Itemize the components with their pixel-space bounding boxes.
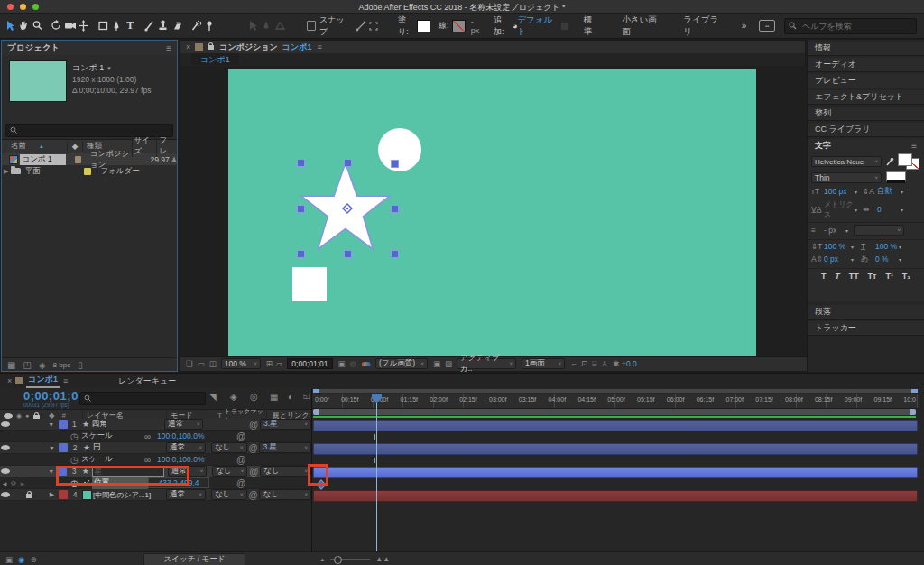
playhead-line[interactable]: [376, 394, 377, 551]
selection-handle[interactable]: [297, 159, 305, 167]
layer-label-chip[interactable]: [59, 443, 68, 452]
motion-blur-icon[interactable]: ◐: [288, 392, 293, 402]
stopwatch-icon[interactable]: ◷: [70, 455, 81, 465]
horizontal-scale-value[interactable]: 100 %: [875, 242, 899, 251]
frame-blend-toggle-icon[interactable]: ▣: [5, 555, 13, 564]
frame-blending-icon[interactable]: ▦: [270, 392, 278, 402]
new-comp-icon[interactable]: ◈: [39, 360, 46, 370]
switches-modes-button[interactable]: スイッチ / モード: [143, 553, 246, 565]
all-caps-button[interactable]: TT: [849, 272, 859, 281]
comp-viewer[interactable]: [180, 66, 807, 357]
work-area-bar[interactable]: [313, 409, 916, 415]
superscript-button[interactable]: T¹: [885, 272, 893, 281]
timeline-zoom-slider[interactable]: [330, 559, 370, 560]
help-search-input[interactable]: [800, 21, 912, 32]
rotation-tool-icon[interactable]: [51, 19, 64, 33]
folder-expander-icon[interactable]: ▶: [4, 168, 8, 175]
label-chip[interactable]: [75, 156, 81, 163]
workspace-tab-default[interactable]: デフォルト: [517, 14, 555, 38]
selection-handle[interactable]: [391, 250, 399, 258]
vertical-scale-value[interactable]: 100 %: [824, 242, 851, 251]
parent-pickwhip-icon[interactable]: @: [247, 467, 260, 477]
new-folder-icon[interactable]: ◳: [23, 360, 31, 370]
lock-toggle[interactable]: [26, 494, 32, 498]
snap-expand-icon[interactable]: [367, 19, 381, 33]
layer-expander-icon[interactable]: ▼: [46, 421, 57, 428]
brainstorm-icon[interactable]: ⊛: [30, 555, 36, 564]
selection-handle[interactable]: [344, 250, 352, 258]
column-frame[interactable]: フレ..: [156, 135, 177, 157]
column-name[interactable]: 名前▲: [2, 141, 67, 152]
keyframe-nav-prev-icon[interactable]: ◀: [0, 480, 9, 486]
composition-canvas[interactable]: [228, 69, 756, 357]
visibility-toggle[interactable]: [1, 421, 10, 427]
font-family-dropdown[interactable]: Helvetica Neue˅: [811, 156, 882, 167]
comp-panel-menu-icon[interactable]: ≡: [317, 42, 321, 51]
parent-dropdown[interactable]: なし˅: [259, 489, 311, 500]
layer-row-2[interactable]: ▼ 2 ★ 円 通常˅ なし˅ @ 3.星˅: [0, 442, 311, 454]
selection-handle[interactable]: [297, 205, 305, 213]
constrain-link-icon[interactable]: ∞: [144, 431, 157, 441]
view-layout-dropdown[interactable]: 1画面˅: [522, 358, 565, 369]
blend-mode-dropdown[interactable]: 通常˅: [166, 442, 206, 453]
zoom-out-mountain-icon[interactable]: ▲: [319, 557, 325, 562]
tracking-value[interactable]: 0: [877, 205, 901, 214]
timeline-search-box[interactable]: [79, 392, 206, 405]
timeline-navigator[interactable]: [313, 389, 918, 393]
pan-behind-tool-icon[interactable]: [77, 19, 90, 33]
layer-label-chip[interactable]: [59, 420, 68, 429]
workspace-default-menu-icon[interactable]: [561, 23, 568, 30]
draft-3d-icon[interactable]: ◈: [230, 392, 237, 402]
character-panel-menu-icon[interactable]: ≡: [911, 141, 917, 151]
layer-bar-2[interactable]: [313, 443, 918, 455]
selection-handle[interactable]: [344, 159, 352, 167]
puppet-pin-tool-icon[interactable]: [203, 19, 217, 33]
trash-icon[interactable]: ▯: [78, 360, 83, 370]
property-row-scale-2[interactable]: ◷ スケール ∞ 100.0,100.0% @: [0, 454, 311, 466]
faux-italic-button[interactable]: T: [835, 272, 840, 281]
brush-tool-icon[interactable]: [143, 19, 157, 33]
selection-handle[interactable]: [391, 160, 399, 168]
constrain-link-icon[interactable]: ∞: [144, 455, 157, 465]
fast-previews-icon[interactable]: ⊡: [581, 359, 587, 368]
panel-align[interactable]: 整列: [808, 107, 924, 121]
layer-name[interactable]: [中間色のシア...1]: [93, 490, 166, 500]
stroke-type-dropdown[interactable]: ˅: [854, 225, 904, 236]
panel-lock-icon[interactable]: [208, 45, 214, 50]
kerning-value[interactable]: メトリクス: [824, 199, 855, 219]
parent-dropdown[interactable]: 3.星˅: [260, 419, 311, 430]
hand-tool-icon[interactable]: [17, 19, 31, 33]
layer-name[interactable]: 四角: [92, 419, 164, 430]
parent-dropdown[interactable]: 3.星˅: [259, 442, 311, 453]
roto-brush-tool-icon[interactable]: [189, 19, 203, 33]
clone-stamp-tool-icon[interactable]: [156, 19, 170, 33]
shape-square[interactable]: [292, 267, 327, 301]
layer-row-4[interactable]: ▶ 4 [中間色のシア...1] 通常˅ なし˅ @ なし˅: [0, 489, 311, 501]
stroke-swatch[interactable]: [452, 20, 466, 32]
workspace-tab-library[interactable]: ライブラリ: [683, 14, 721, 38]
blend-mode-dropdown[interactable]: 通常˅: [164, 419, 203, 430]
stopwatch-icon[interactable]: ◷: [70, 431, 81, 441]
workspace-tab-small-screen[interactable]: 小さい画面: [622, 14, 660, 38]
layer-label-chip[interactable]: [59, 490, 68, 499]
interpret-footage-icon[interactable]: ▦: [7, 360, 15, 370]
label-chip[interactable]: [84, 168, 91, 175]
timeline-tab-comp1[interactable]: コンポ1: [26, 374, 60, 388]
blend-mode-dropdown[interactable]: 通常˅: [166, 489, 206, 500]
selection-tool-icon[interactable]: [4, 19, 17, 33]
zoom-tool-icon[interactable]: [31, 19, 44, 33]
anchor-point-icon[interactable]: [340, 201, 355, 216]
panel-close-icon[interactable]: ×: [186, 42, 190, 51]
comp-name-caret-icon[interactable]: ▼: [106, 66, 112, 71]
exposure-value[interactable]: +0.0: [622, 359, 637, 368]
zoom-in-mountain-icon[interactable]: ▲▲: [375, 555, 390, 563]
font-size-value[interactable]: 100 px: [824, 187, 855, 196]
panel-cc-libraries[interactable]: CC ライブラリ: [808, 123, 924, 137]
view-dropdown[interactable]: アクティブカ..˅: [457, 358, 516, 369]
motion-blur-toggle-icon[interactable]: ◉: [18, 555, 24, 564]
roi-icon[interactable]: ▣: [433, 359, 440, 368]
trackmatte-dropdown[interactable]: なし˅: [211, 442, 247, 453]
grid-guides-icon[interactable]: ⊞: [266, 359, 273, 368]
workspace-tab-standard[interactable]: 標準: [584, 14, 599, 38]
panel-paragraph[interactable]: 段落: [808, 305, 924, 320]
